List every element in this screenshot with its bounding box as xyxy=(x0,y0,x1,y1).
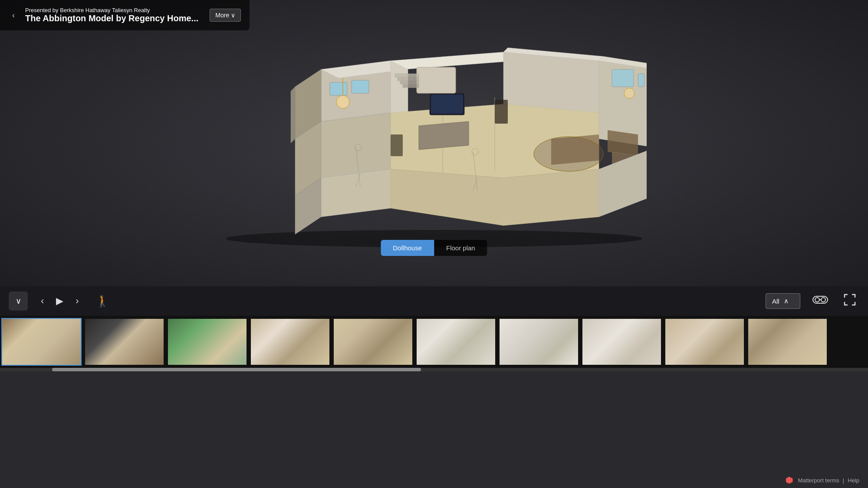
svg-marker-6 xyxy=(391,52,516,69)
walk-mode-icon[interactable]: 🚶 xyxy=(92,291,113,311)
thumbnail-7[interactable] xyxy=(499,318,579,366)
filter-dropdown[interactable]: All ∧ xyxy=(766,293,800,309)
matterport-terms-link[interactable]: Matterport terms xyxy=(798,477,839,484)
play-button[interactable]: ▶ xyxy=(52,292,68,310)
svg-rect-37 xyxy=(403,84,419,88)
dollhouse-view-button[interactable]: Dollhouse xyxy=(381,240,434,256)
view-toggle-container: Dollhouse Floor plan xyxy=(381,240,487,256)
vr-button[interactable] xyxy=(809,291,832,311)
thumbnail-6[interactable] xyxy=(416,318,496,366)
controls-bar: ∨ ‹ ▶ › 🚶 All ∧ xyxy=(0,286,868,316)
svg-rect-28 xyxy=(417,67,456,93)
dropdown-caret-icon: ∧ xyxy=(784,297,789,305)
filter-label: All xyxy=(772,298,779,305)
svg-rect-20 xyxy=(330,82,347,95)
svg-rect-48 xyxy=(612,69,634,87)
svg-rect-33 xyxy=(391,134,403,156)
svg-point-53 xyxy=(821,298,825,302)
svg-point-52 xyxy=(815,298,819,302)
chevron-down-icon: ∨ xyxy=(231,12,235,19)
thumbnail-5[interactable] xyxy=(333,318,413,366)
svg-point-31 xyxy=(624,88,635,98)
svg-point-29 xyxy=(336,95,349,108)
svg-rect-49 xyxy=(638,74,644,87)
property-info: Presented by Berkshire Hathaway Taliesyn… xyxy=(25,7,198,23)
more-button[interactable]: More ∨ xyxy=(210,9,241,22)
chevron-down-icon: ∨ xyxy=(16,296,21,306)
thumbnail-scrollbar-track[interactable] xyxy=(0,368,868,371)
thumbnail-8[interactable] xyxy=(582,318,662,366)
floorplan-view-button[interactable]: Floor plan xyxy=(434,240,487,256)
svg-rect-35 xyxy=(398,77,419,81)
header-bar: ‹ Presented by Berkshire Hathaway Talies… xyxy=(0,0,250,30)
svg-marker-5 xyxy=(291,87,295,143)
thumbnails-strip xyxy=(0,316,868,368)
back-button[interactable]: ‹ xyxy=(9,9,18,22)
prev-button[interactable]: ‹ xyxy=(36,292,48,310)
fullscreen-button[interactable] xyxy=(840,290,859,312)
property-title: The Abbington Model by Regency Home... xyxy=(25,13,198,23)
help-link[interactable]: Help xyxy=(848,477,859,484)
collapse-button[interactable]: ∨ xyxy=(9,291,28,311)
svg-marker-14 xyxy=(321,113,391,178)
thumbnail-scrollbar-thumb[interactable] xyxy=(52,368,421,371)
matterport-logo-icon xyxy=(786,477,793,484)
thumbnail-9[interactable] xyxy=(664,318,745,366)
presented-by-label: Presented by Berkshire Hathaway Taliesyn… xyxy=(25,7,198,13)
thumbnail-1[interactable] xyxy=(1,318,82,366)
thumbnail-3[interactable] xyxy=(167,318,247,366)
svg-marker-40 xyxy=(391,169,599,226)
svg-rect-32 xyxy=(495,100,508,124)
svg-rect-21 xyxy=(352,80,369,93)
navigation-controls: ‹ ▶ › xyxy=(36,292,83,310)
thumbnail-4[interactable] xyxy=(250,318,330,366)
dollhouse-model xyxy=(221,26,647,252)
main-3d-viewport[interactable]: Dollhouse Floor plan ‹ Presented by Berk… xyxy=(0,0,868,286)
footer-separator: | xyxy=(843,477,844,484)
svg-rect-36 xyxy=(400,81,419,84)
svg-rect-23 xyxy=(431,95,463,114)
next-button[interactable]: › xyxy=(71,292,83,310)
thumbnail-10[interactable] xyxy=(747,318,828,366)
more-button-label: More xyxy=(215,12,229,19)
svg-point-27 xyxy=(534,137,603,171)
svg-marker-47 xyxy=(419,121,469,150)
thumbnail-2[interactable] xyxy=(84,318,164,366)
footer: Matterport terms | Help xyxy=(777,472,868,488)
svg-rect-34 xyxy=(395,74,419,77)
